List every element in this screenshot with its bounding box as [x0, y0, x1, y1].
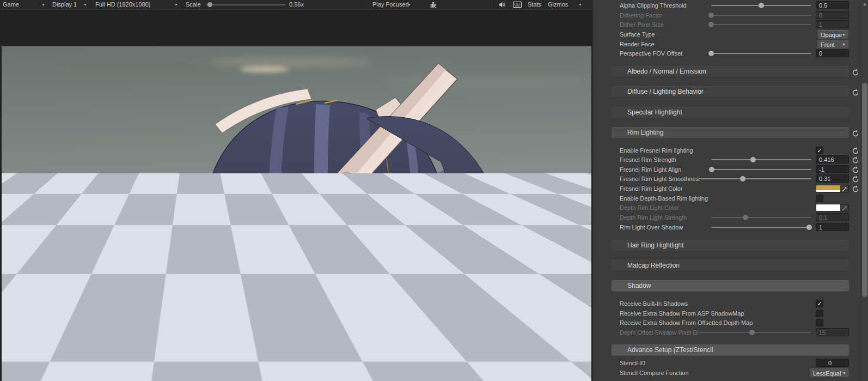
receive-builtin-shadows-checkbox[interactable]: ✓: [816, 300, 823, 307]
mute-audio-speaker-icon[interactable]: [498, 1, 506, 8]
revert-icon[interactable]: [852, 185, 859, 192]
section-header-hair-ring[interactable]: Hair Ring Hightlight: [612, 240, 849, 251]
fresnel-rim-smoothness-slider[interactable]: [699, 178, 811, 179]
fresnel-rim-strength-slider[interactable]: [711, 159, 811, 160]
fresnel-rim-align-slider[interactable]: [711, 169, 811, 170]
section-header-rim-lighting[interactable]: Rim Lighting: [612, 127, 849, 138]
property-row: Dithering Factor 0: [593, 11, 868, 20]
revert-icon[interactable]: [852, 68, 859, 76]
section-header-specular[interactable]: Specular Hightlight: [612, 107, 849, 118]
chevron-down-icon: ▼: [842, 31, 846, 39]
chevron-down-icon: ▼: [174, 0, 178, 9]
enable-fresnel-rim-checkbox[interactable]: ✓: [816, 147, 823, 154]
chevron-down-icon: ▼: [578, 0, 582, 9]
section-header-albedo[interactable]: Albedo / Normal / Emission: [612, 66, 849, 77]
property-row: Render Face Front ▼: [593, 40, 868, 49]
check-icon: ✓: [816, 147, 823, 154]
game-menu[interactable]: Game: [3, 0, 19, 9]
alpha-clipping-value[interactable]: 0.5: [816, 1, 849, 9]
render-face-dropdown[interactable]: Front ▼: [817, 40, 848, 49]
revert-icon[interactable]: [852, 175, 859, 183]
property-label: Surface Type: [620, 30, 805, 39]
scale-slider[interactable]: [206, 0, 285, 9]
revert-icon[interactable]: [852, 88, 859, 96]
chevron-down-icon: ▼: [842, 40, 846, 49]
fresnel-rim-align-value[interactable]: -1: [816, 165, 849, 173]
property-label: Dithering Factor: [620, 11, 700, 20]
fresnel-rim-color-swatch[interactable]: [816, 185, 849, 192]
debug-bug-icon[interactable]: [429, 1, 437, 9]
property-row: Receive Extra Shadow From Offsetted Dept…: [593, 318, 868, 327]
enable-depth-rim-checkbox[interactable]: [816, 195, 823, 202]
property-label: Depth Rim Light Color: [620, 203, 805, 212]
property-label: Fresnel Rim Light Align: [620, 165, 700, 174]
section-header-matcap[interactable]: Matcap Reflection: [612, 260, 849, 271]
stats-button[interactable]: Stats: [528, 0, 541, 9]
section-header-shadow[interactable]: Shadow: [612, 280, 849, 292]
property-row: Enable Fresnel Rim lighting ✓: [593, 146, 868, 155]
property-label: Render Face: [620, 40, 805, 49]
depth-offset-shadow-value: 15: [816, 328, 849, 336]
fov-offset-value[interactable]: 0: [816, 49, 849, 57]
property-row: Rim Light Over Shadow 1: [593, 223, 868, 232]
property-label: Depth Offset Shadow Pixel Di: [620, 328, 700, 337]
receive-offsetted-depth-checkbox[interactable]: [816, 319, 823, 326]
game-viewport[interactable]: [0, 10, 592, 381]
chevron-down-icon: ▼: [83, 0, 87, 9]
revert-icon[interactable]: [852, 129, 859, 137]
property-label: Stencil Compare Function: [620, 368, 805, 377]
property-label: Alpha Clipping Threshold: [620, 1, 700, 10]
surface-type-dropdown[interactable]: Opaque ▼: [817, 30, 848, 39]
section-header-diffuse[interactable]: Diffuse / Lighting Behavior: [612, 86, 849, 98]
section-header-advance-setup[interactable]: Advance Setup (ZTest/Stencil: [612, 344, 849, 356]
revert-icon[interactable]: [852, 156, 859, 164]
property-label: Enable Fresnel Rim lighting: [620, 146, 805, 155]
property-row: Perspective FOV Offset 0: [593, 49, 868, 58]
property-row: Stencil ID 0: [593, 359, 868, 367]
dither-pixel-size-value: 1: [816, 20, 849, 28]
scale-value: 0.56x: [289, 0, 304, 9]
alpha-clipping-slider[interactable]: [711, 5, 811, 6]
stencil-compare-dropdown[interactable]: LessEqual ▼: [810, 368, 849, 377]
eyedropper-icon[interactable]: [840, 185, 848, 192]
depth-rim-strength-value: 0.1: [816, 213, 849, 221]
display-menu[interactable]: Display 1: [52, 0, 77, 9]
property-row: Depth Offset Shadow Pixel Di 15: [593, 328, 868, 337]
depth-rim-color-swatch: [816, 204, 849, 211]
rim-over-shadow-value[interactable]: 1: [816, 223, 849, 231]
resolution-menu[interactable]: Full HD (1920x1080): [95, 0, 151, 9]
receive-asp-shadowmap-checkbox[interactable]: [816, 310, 823, 317]
fresnel-rim-smoothness-value[interactable]: 0.31: [816, 174, 849, 183]
dithering-factor-slider: [711, 15, 811, 16]
scrollbar-thumb[interactable]: [862, 83, 867, 297]
play-focused-menu[interactable]: Play Focused: [372, 0, 409, 9]
shortcut-keyboard-icon[interactable]: [512, 1, 522, 8]
revert-icon[interactable]: [852, 166, 859, 173]
fresnel-rim-strength-value[interactable]: 0.416: [816, 155, 849, 164]
property-row: Enable Depth-Based Rim lighting: [593, 194, 868, 203]
property-row: Receive Built-In Shadows ✓: [593, 299, 868, 308]
fov-offset-slider[interactable]: [711, 53, 811, 54]
property-row: Depth Rim Light Color: [593, 203, 868, 212]
stencil-id-field[interactable]: 0: [816, 359, 849, 367]
game-render-area[interactable]: [2, 46, 591, 381]
scale-slider-thumb[interactable]: [207, 2, 212, 7]
scale-label: Scale: [186, 0, 201, 9]
gizmos-menu[interactable]: Gizmos: [548, 0, 568, 9]
property-row: Depth Rim Light Strength 0.1: [593, 213, 868, 222]
depth-offset-shadow-slider: [699, 332, 811, 333]
inspector-scrollbar[interactable]: ▲: [860, 0, 868, 381]
property-label: Enable Depth-Based Rim lighting: [620, 194, 805, 203]
property-label: Perspective FOV Offset: [620, 49, 700, 58]
property-label: Depth Rim Light Strength: [620, 213, 700, 222]
rim-over-shadow-slider[interactable]: [711, 227, 811, 228]
property-row: Dither Pixel Size 1: [593, 20, 868, 29]
property-label: Stencil ID: [620, 359, 805, 367]
inspector-panel: Alpha Clipping Threshold 0.5 Dithering F…: [592, 0, 868, 381]
scroll-up-arrow-icon[interactable]: ▲: [861, 1, 868, 8]
property-label: Fresnel Rim Strength: [620, 155, 700, 164]
revert-icon[interactable]: [852, 147, 859, 154]
property-label: Rim Light Over Shadow: [620, 223, 700, 232]
property-label: Fresnel Rim Light Color: [620, 184, 805, 193]
unity-game-window: Game ▼ Display 1 ▼ Full HD (1920x1080) ▼…: [0, 0, 868, 381]
